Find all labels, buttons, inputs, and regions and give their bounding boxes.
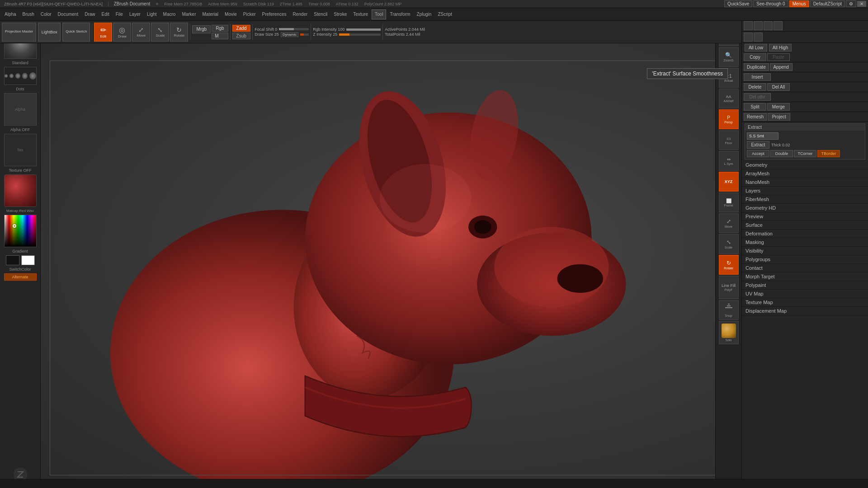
quick-sketch-btn[interactable]: Quick Sketch bbox=[62, 23, 90, 42]
copy-btn[interactable]: Copy bbox=[744, 53, 766, 61]
stroke-preview[interactable] bbox=[4, 67, 37, 85]
deformation-item[interactable]: Deformation bbox=[742, 230, 868, 238]
menu-document[interactable]: Document bbox=[55, 9, 81, 19]
menu-color[interactable]: Color bbox=[38, 9, 54, 19]
rotate-icon-btn[interactable]: ↻ Rotate bbox=[719, 255, 739, 275]
smt-input[interactable] bbox=[747, 132, 778, 140]
menu-brush[interactable]: Brush bbox=[20, 9, 37, 19]
fibermesh-item[interactable]: FiberMesh bbox=[742, 195, 868, 204]
displacement-map-item[interactable]: Displacement Map bbox=[742, 307, 868, 315]
double-btn[interactable]: Double bbox=[770, 150, 793, 157]
scale-icon-btn[interactable]: ⤡ Scale bbox=[719, 234, 739, 254]
move-btn[interactable]: ⤢ Move bbox=[132, 23, 150, 42]
lsym-btn[interactable]: ⇔ L.Sym bbox=[719, 151, 739, 171]
menus-btn[interactable]: Menus bbox=[789, 0, 809, 7]
uv-map-item[interactable]: UV Map bbox=[742, 290, 868, 298]
texture-preview[interactable]: Tex bbox=[4, 134, 37, 166]
insert-btn[interactable]: Insert bbox=[744, 73, 771, 81]
masking-item[interactable]: Masking bbox=[742, 238, 868, 247]
paste-btn[interactable]: Paste bbox=[767, 53, 790, 61]
floor-btn[interactable]: ▭ Floor bbox=[719, 130, 739, 150]
menu-edit[interactable]: Edit bbox=[99, 9, 112, 19]
material-preview[interactable] bbox=[4, 174, 37, 207]
merge-btn[interactable]: Merge bbox=[767, 103, 790, 111]
rgb-btn[interactable]: Rgb bbox=[212, 25, 228, 32]
menu-render[interactable]: Render bbox=[290, 9, 311, 19]
dynamic-swatch[interactable]: Solo bbox=[719, 321, 739, 344]
contact-item[interactable]: Contact bbox=[742, 264, 868, 272]
accept-btn[interactable]: Accept bbox=[747, 150, 769, 157]
all-low-btn[interactable]: All Low bbox=[745, 44, 767, 52]
default-script-btn[interactable]: DefaultZScript bbox=[810, 0, 845, 7]
menu-stroke[interactable]: Stroke bbox=[331, 9, 349, 19]
menu-macro[interactable]: Macro bbox=[160, 9, 179, 19]
preview-item[interactable]: Preview bbox=[742, 212, 868, 221]
move-icon-btn[interactable]: ⤢ Move bbox=[719, 213, 739, 233]
split-btn[interactable]: Split bbox=[744, 103, 766, 111]
edit-btn[interactable]: ✏ Edit bbox=[94, 23, 112, 42]
zadd-btn[interactable]: Zadd bbox=[232, 25, 251, 32]
menu-draw[interactable]: Draw bbox=[82, 9, 98, 19]
visibility-item[interactable]: Visibility bbox=[742, 247, 868, 255]
menu-zscript[interactable]: ZScript bbox=[435, 9, 455, 19]
tborder-btn[interactable]: TBorder bbox=[817, 150, 840, 157]
extract-btn[interactable]: Extract bbox=[747, 141, 769, 149]
morph-target-item[interactable]: Morph Target bbox=[742, 272, 868, 281]
menu-tool[interactable]: Tool bbox=[372, 9, 386, 19]
menu-texture[interactable]: Texture bbox=[350, 9, 371, 19]
menu-alpha[interactable]: Alpha bbox=[2, 9, 19, 19]
m-btn[interactable]: M bbox=[212, 33, 228, 39]
alpha-preview[interactable]: Alpha bbox=[4, 93, 37, 126]
projection-master-btn[interactable]: Projection Master bbox=[2, 23, 36, 42]
menu-light[interactable]: Light bbox=[144, 9, 160, 19]
polypaint-item[interactable]: Polypaint bbox=[742, 281, 868, 290]
zoom-s-btn[interactable]: 🔍 ZoomS bbox=[719, 47, 739, 67]
menu-layer[interactable]: Layer bbox=[127, 9, 143, 19]
frame-btn[interactable]: ⬜ Frame bbox=[719, 192, 739, 212]
draw-btn[interactable]: ◎ Draw bbox=[113, 23, 131, 42]
snup-btn[interactable]: Snup bbox=[719, 300, 739, 320]
menu-file[interactable]: File bbox=[113, 9, 126, 19]
all-high-btn[interactable]: All High bbox=[769, 44, 792, 52]
doc-title[interactable]: ZBrush Document bbox=[112, 1, 153, 6]
texture-map-item[interactable]: Texture Map bbox=[742, 298, 868, 307]
duplicate-btn[interactable]: Duplicate bbox=[744, 63, 769, 71]
remesh-btn[interactable]: Remesh bbox=[744, 113, 767, 121]
see-through-btn[interactable]: See-through 0 bbox=[753, 0, 788, 7]
menu-zplugin[interactable]: Zplugin bbox=[414, 9, 434, 19]
color-picker[interactable] bbox=[4, 215, 37, 247]
project-btn[interactable]: Project bbox=[768, 113, 790, 121]
window-close[interactable]: ✕ bbox=[857, 1, 866, 7]
del-othr-btn[interactable]: Del othr bbox=[744, 93, 771, 101]
del-all-btn[interactable]: Del All bbox=[767, 83, 790, 91]
zsub-btn[interactable]: Zsub bbox=[232, 33, 251, 39]
menu-material[interactable]: Material bbox=[200, 9, 222, 19]
aahalf-btn[interactable]: AA AAHalf bbox=[719, 89, 739, 108]
menu-preferences[interactable]: Preferences bbox=[259, 9, 289, 19]
arraymesh-item[interactable]: ArrayMesh bbox=[742, 169, 868, 178]
gradient-swatches[interactable] bbox=[6, 255, 35, 265]
dynamic-btn[interactable]: Dynamic bbox=[281, 32, 298, 37]
canvas-area[interactable]: 'Extract' Surface Smoothness bbox=[41, 21, 741, 479]
lightbox-btn[interactable]: LightBox bbox=[38, 23, 61, 42]
nanomesh-item[interactable]: NanoMesh bbox=[742, 178, 868, 187]
menu-picker[interactable]: Picker bbox=[241, 9, 259, 19]
menu-stencil[interactable]: Stencil bbox=[311, 9, 330, 19]
geometry-hd-item[interactable]: Geometry HD bbox=[742, 204, 868, 212]
alternate-btn[interactable]: Alternate bbox=[4, 273, 37, 281]
geometry-item[interactable]: Geometry bbox=[742, 161, 868, 169]
surface-item[interactable]: Surface bbox=[742, 221, 868, 230]
tcorner-btn[interactable]: TCorner bbox=[794, 150, 816, 157]
xyz-btn[interactable]: XYZ bbox=[719, 172, 739, 192]
line-fill-btn[interactable]: Line Fill PolyF bbox=[719, 276, 739, 299]
rotate-btn[interactable]: ↻ Rotate bbox=[170, 23, 188, 42]
menu-movie[interactable]: Movie bbox=[222, 9, 240, 19]
scale-btn[interactable]: ⤡ Scale bbox=[151, 23, 169, 42]
quicksave-btn[interactable]: QuickSave bbox=[724, 0, 752, 7]
menu-marker[interactable]: Marker bbox=[179, 9, 198, 19]
polygroups-item[interactable]: Polygroups bbox=[742, 255, 868, 264]
menu-transform[interactable]: Transform bbox=[387, 9, 413, 19]
append-btn[interactable]: Append bbox=[770, 63, 793, 71]
settings-icon[interactable]: ⚙ bbox=[846, 0, 856, 7]
delete-btn[interactable]: Delete bbox=[744, 83, 766, 91]
